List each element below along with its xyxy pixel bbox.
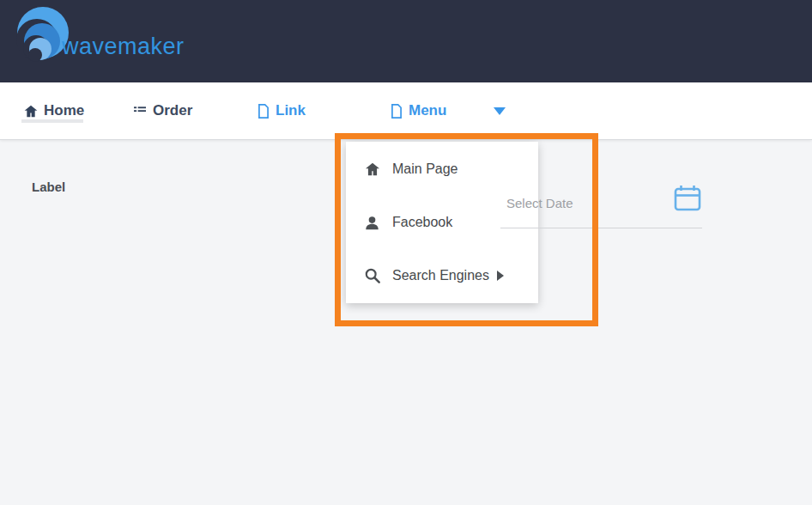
user-icon xyxy=(364,216,380,230)
search-icon xyxy=(364,268,380,283)
logo-text: wavemaker xyxy=(62,33,185,60)
page-label: Label xyxy=(32,179,65,194)
dropdown-item-search-engines[interactable]: Search Engines xyxy=(346,249,538,302)
app-logo[interactable]: wavemaker xyxy=(14,5,185,67)
file-icon xyxy=(391,104,403,119)
submenu-caret-right-icon xyxy=(497,271,504,281)
app-header: wavemaker xyxy=(0,0,812,82)
chevron-down-icon[interactable] xyxy=(494,107,506,115)
file-icon xyxy=(258,104,270,119)
nav-item-home[interactable]: Home xyxy=(24,82,84,139)
list-icon xyxy=(133,105,147,117)
nav-item-label: Order xyxy=(153,102,192,119)
nav-home-active-indicator xyxy=(21,119,83,123)
home-icon xyxy=(24,105,38,118)
datepicker-underline xyxy=(500,228,702,228)
navbar: Home Order Link Menu xyxy=(0,82,812,140)
nav-item-link[interactable]: Link xyxy=(258,82,306,139)
dropdown-item-label: Search Engines xyxy=(392,268,489,283)
nav-item-label: Menu xyxy=(409,102,446,119)
datepicker-placeholder: Select Date xyxy=(506,196,573,210)
dropdown-item-label: Facebook xyxy=(392,215,452,230)
datepicker-field[interactable]: Select Date xyxy=(500,180,702,232)
nav-item-label: Link xyxy=(276,102,306,119)
dropdown-item-label: Main Page xyxy=(392,161,458,177)
nav-item-order[interactable]: Order xyxy=(133,82,192,139)
home-icon xyxy=(364,162,380,176)
nav-item-label: Home xyxy=(44,102,84,119)
nav-item-menu[interactable]: Menu xyxy=(391,82,446,139)
calendar-icon[interactable] xyxy=(673,184,702,213)
